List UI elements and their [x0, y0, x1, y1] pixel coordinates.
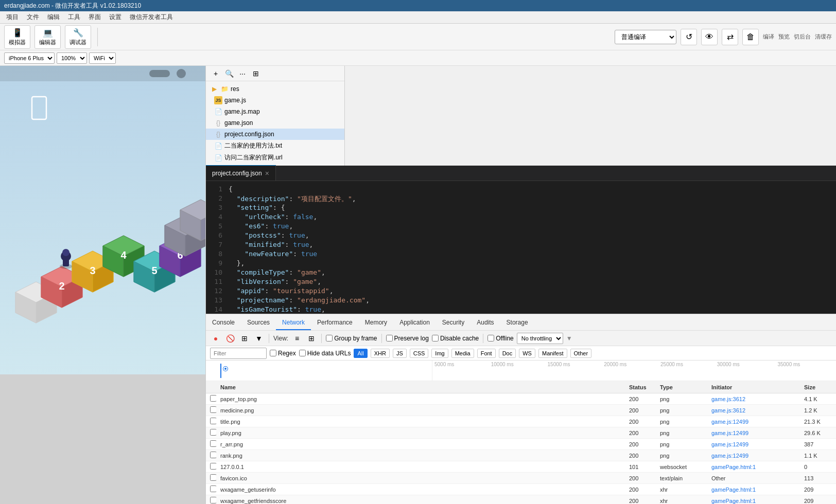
file-item-res[interactable]: ▶ 📁 res — [206, 83, 344, 95]
filter-all-btn[interactable]: All — [354, 349, 367, 358]
file-item-gamejsmap[interactable]: 📄 game.js.map — [206, 106, 344, 117]
table-row[interactable]: wxagame_getuserinfo 200 xhr gamePage.htm… — [206, 484, 836, 495]
dt-tab-performance[interactable]: Performance — [311, 316, 359, 330]
preview-btn[interactable]: 👁 — [701, 29, 718, 45]
regex-label[interactable]: Regex — [270, 350, 296, 357]
filter-js-btn[interactable]: JS — [393, 349, 407, 358]
dt-tab-storage[interactable]: Storage — [500, 316, 534, 330]
menu-tools[interactable]: 工具 — [64, 12, 84, 23]
table-row[interactable]: title.png 200 png game.js:12499 21.3 K — [206, 416, 836, 427]
row-checkbox[interactable] — [210, 440, 216, 447]
dt-tab-network[interactable]: Network — [276, 316, 311, 330]
dt-tab-memory[interactable]: Memory — [359, 316, 393, 330]
menu-wechat-devtools[interactable]: 微信开发者工具 — [126, 12, 177, 23]
editor-btn[interactable]: 💻 编辑器 — [34, 25, 61, 49]
clear-network-btn[interactable]: 🚫 — [224, 333, 236, 344]
offline-label[interactable]: Offline — [487, 335, 513, 342]
row-initiator[interactable]: gamePage.html:1 — [707, 487, 800, 493]
group-by-frame-label[interactable]: Group by frame — [326, 335, 377, 342]
row-checkbox[interactable] — [210, 463, 216, 470]
throttling-select[interactable]: No throttling — [517, 333, 563, 344]
editor-tab-projectconfig[interactable]: project.config.json × — [206, 165, 276, 181]
filter-xhr-btn[interactable]: XHR — [371, 349, 390, 358]
table-row[interactable]: favicon.ico 200 text/plain Other 113 — [206, 473, 836, 484]
filter-manifest-btn[interactable]: Manifest — [538, 349, 567, 358]
menu-file[interactable]: 文件 — [23, 12, 43, 23]
file-item-gamejson[interactable]: {} game.json — [206, 117, 344, 129]
row-checkbox[interactable] — [210, 497, 216, 503]
row-checkbox[interactable] — [210, 418, 216, 424]
row-initiator[interactable]: game.js:3612 — [707, 396, 800, 402]
row-checkbox[interactable] — [210, 485, 216, 492]
header-type[interactable]: Type — [656, 384, 707, 390]
zoom-select[interactable]: 100% — [57, 52, 87, 64]
header-status[interactable]: Status — [625, 384, 656, 390]
header-name[interactable]: Name — [216, 384, 625, 390]
record-btn[interactable]: ● — [210, 333, 221, 344]
table-row[interactable]: play.png 200 png game.js:12499 29.6 K — [206, 427, 836, 439]
preserve-log-checkbox[interactable] — [386, 335, 393, 341]
row-checkbox[interactable] — [210, 474, 216, 481]
cutover-btn[interactable]: ⇄ — [722, 29, 738, 45]
row-checkbox[interactable] — [210, 406, 216, 413]
filter-font-btn[interactable]: Font — [477, 349, 496, 358]
table-row[interactable]: medicine.png 200 png game.js:3612 1.2 K — [206, 405, 836, 416]
hide-data-urls-checkbox[interactable] — [299, 350, 306, 356]
header-initiator[interactable]: Initiator — [707, 384, 800, 390]
menu-edit[interactable]: 编辑 — [43, 12, 64, 23]
tab-close-projectconfig[interactable]: × — [265, 169, 269, 177]
mode-select[interactable]: 普通编译 — [615, 30, 676, 44]
filter-img-btn[interactable]: Img — [431, 349, 448, 358]
simulator-btn[interactable]: 📱 模拟器 — [4, 25, 30, 49]
hide-data-urls-label[interactable]: Hide data URLs — [299, 350, 351, 357]
search-file-btn[interactable]: 🔍 — [223, 68, 235, 79]
row-initiator[interactable]: game.js:12499 — [707, 441, 800, 447]
row-initiator[interactable]: gamePage.html:1 — [707, 498, 800, 504]
file-item-txt[interactable]: 📄 二当家的使用方法.txt — [206, 140, 344, 152]
network-filter-input[interactable] — [210, 348, 267, 359]
group-by-frame-checkbox[interactable] — [326, 335, 333, 341]
row-initiator[interactable]: game.js:12499 — [707, 430, 800, 436]
clear-cache-btn[interactable]: 🗑 — [742, 29, 759, 45]
dt-tab-application[interactable]: Application — [393, 316, 436, 330]
filter-ws-btn[interactable]: WS — [519, 349, 535, 358]
dt-tab-sources[interactable]: Sources — [241, 316, 276, 330]
network-select[interactable]: WiFi — [89, 52, 116, 64]
debugger-btn[interactable]: 🔧 调试器 — [65, 25, 91, 49]
row-initiator[interactable]: gamePage.html:1 — [707, 464, 800, 470]
table-row[interactable]: 127.0.0.1 101 websocket gamePage.html:1 … — [206, 461, 836, 473]
refresh-btn[interactable]: ↺ — [681, 29, 697, 45]
new-file-btn[interactable]: + — [210, 68, 221, 79]
preserve-log-label[interactable]: Preserve log — [386, 335, 429, 342]
row-initiator[interactable]: game.js:12499 — [707, 453, 800, 459]
more-file-btn[interactable]: ··· — [237, 68, 248, 79]
file-item-gamejs[interactable]: JS game.js — [206, 95, 344, 106]
filter-doc-btn[interactable]: Doc — [499, 349, 516, 358]
dt-tab-audits[interactable]: Audits — [471, 316, 500, 330]
search-network-btn[interactable]: ▼ — [253, 333, 265, 344]
table-row[interactable]: paper_top.png 200 png game.js:3612 4.1 K — [206, 393, 836, 405]
regex-checkbox[interactable] — [270, 350, 276, 356]
row-initiator[interactable]: game.js:3612 — [707, 407, 800, 413]
filter-media-btn[interactable]: Media — [451, 349, 474, 358]
filter-toggle-btn[interactable]: ⊞ — [239, 333, 250, 344]
dt-tab-console[interactable]: Console — [206, 316, 241, 330]
header-size[interactable]: Size — [800, 384, 836, 390]
code-editor[interactable]: 1 { 2 "description": "项目配置文件。", 3 "setti… — [206, 181, 836, 314]
row-checkbox[interactable] — [210, 429, 216, 436]
disable-cache-label[interactable]: Disable cache — [432, 335, 479, 342]
filter-css-btn[interactable]: CSS — [410, 349, 429, 358]
dt-tab-security[interactable]: Security — [436, 316, 471, 330]
menu-ui[interactable]: 界面 — [84, 12, 105, 23]
split-view-btn[interactable]: ⊞ — [250, 68, 262, 79]
row-initiator[interactable]: game.js:12499 — [707, 419, 800, 425]
filter-other-btn[interactable]: Other — [570, 349, 592, 358]
table-row[interactable]: rank.png 200 png game.js:12499 1.1 K — [206, 450, 836, 461]
row-checkbox[interactable] — [210, 395, 216, 402]
menu-settings[interactable]: 设置 — [105, 12, 126, 23]
view-large-btn[interactable]: ⊞ — [306, 333, 317, 344]
file-item-url[interactable]: 📄 访问二当家的官网.url — [206, 152, 344, 164]
disable-cache-checkbox[interactable] — [432, 335, 439, 341]
file-item-projectconfig[interactable]: {} project.config.json — [206, 129, 344, 140]
row-checkbox[interactable] — [210, 452, 216, 458]
